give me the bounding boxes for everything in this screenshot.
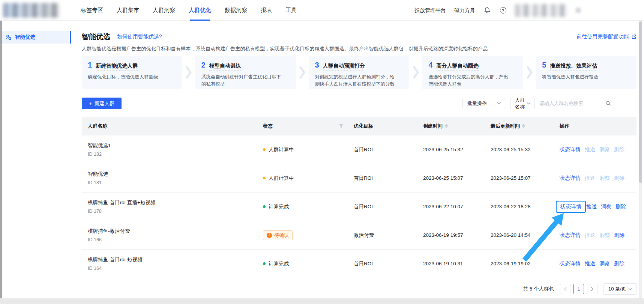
action-insight[interactable]: 洞察 bbox=[599, 146, 610, 153]
pagination-prev-button[interactable] bbox=[560, 284, 570, 294]
nav-link-ad-platform[interactable]: 投放管理平台 bbox=[414, 7, 446, 14]
action-status-detail[interactable]: 状态详情 bbox=[556, 201, 586, 213]
step-card-3: 3人群自动预测打分对训练完的模型进行人群预测打分，预测快手大盘月活人群在该模型下… bbox=[309, 56, 410, 89]
goal-cell: 首日ROI bbox=[349, 146, 418, 153]
step-title: 高分人群自动圈选 bbox=[437, 63, 479, 71]
steps-row: 1新建智能优选人群确定优化目标，智能优选人群量级2模型自动训练系统会自动训练针对… bbox=[82, 56, 636, 89]
action-insight[interactable]: 洞察 bbox=[599, 260, 610, 267]
action-insight[interactable]: 洞察 bbox=[599, 232, 610, 239]
audience-id: ID 178 bbox=[88, 209, 259, 214]
audience-id: ID 181 bbox=[88, 180, 259, 185]
action-insight[interactable]: 洞察 bbox=[599, 175, 610, 182]
name-cell: 智能优选ID 181 bbox=[82, 171, 259, 185]
action-push[interactable]: 推送 bbox=[586, 203, 597, 210]
page-size-select[interactable]: 10 条/页 bbox=[603, 283, 636, 295]
nav-tab-6[interactable]: 报表 bbox=[261, 0, 272, 21]
title-row: 智能优选 如何使用智能优选? 前往使用完整配置功能 bbox=[82, 32, 636, 42]
chevron-down-icon bbox=[628, 288, 632, 290]
column-header-goal: 优化目标 bbox=[349, 123, 418, 129]
nav-tab-7[interactable]: 工具 bbox=[285, 0, 297, 21]
create-audience-label: 新建人群 bbox=[94, 100, 114, 107]
updated-cell: 2023-06-22 18:28 bbox=[486, 204, 553, 209]
status-dot bbox=[263, 177, 266, 179]
step-title: 人群自动预测打分 bbox=[323, 63, 365, 71]
updated-cell: 2023-06-25 15:07 bbox=[486, 175, 553, 181]
nav-tab-3[interactable]: 人群洞察 bbox=[153, 0, 175, 21]
sidebar-item-smart-select[interactable]: 智能优选 bbox=[0, 31, 71, 44]
action-delete[interactable]: 删除 bbox=[614, 175, 624, 182]
scrollbar[interactable] bbox=[639, 21, 642, 298]
step-title: 模型自动训练 bbox=[209, 63, 241, 71]
search-field-select[interactable]: 人群名称 bbox=[510, 98, 535, 109]
nav-tab-5[interactable]: 数据洞察 bbox=[225, 0, 247, 21]
action-status-detail[interactable]: 状态详情 bbox=[560, 260, 581, 267]
status-badge-label: 待确认 bbox=[274, 232, 289, 239]
name-cell: 智能优选1ID 182 bbox=[82, 142, 259, 157]
nav-link-magnetic-ark[interactable]: 磁力方舟 bbox=[454, 7, 475, 14]
column-header-name: 人群名称 bbox=[82, 123, 259, 129]
nav-tabs: 标签专区人群集市人群洞察人群优化数据洞察报表工具 bbox=[81, 0, 297, 21]
step-arrow-icon bbox=[523, 56, 536, 89]
search-input-wrap bbox=[535, 98, 615, 109]
action-status-detail[interactable]: 状态详情 bbox=[560, 146, 581, 153]
step-arrow-icon bbox=[409, 56, 422, 89]
search-group: 人群名称 bbox=[510, 98, 615, 109]
search-input[interactable] bbox=[539, 101, 605, 106]
action-status-detail[interactable]: 状态详情 bbox=[560, 232, 581, 239]
table-row: 智能优选1ID 182人群计算中首日ROI2023-06-25 15:32202… bbox=[82, 135, 636, 164]
actions-cell: 状态详情推送洞察删除 bbox=[553, 203, 636, 210]
sort-icon[interactable] bbox=[445, 124, 448, 128]
help-icon[interactable]: ? bbox=[499, 7, 507, 14]
search-field-label: 人群名称 bbox=[515, 97, 527, 110]
warning-icon: ! bbox=[267, 233, 272, 238]
column-header-actions: 操作 bbox=[553, 123, 636, 129]
pagination-page-1[interactable]: 1 bbox=[573, 284, 584, 294]
status-dot bbox=[263, 262, 266, 265]
audience-table: 人群名称 状态 优化目标 创建时间 最后更新时间 操作 智能 bbox=[82, 117, 636, 278]
status-cell: 人群计算中 bbox=[259, 175, 349, 182]
table-footer: 共 5 个人群包 1 10 条/页 bbox=[82, 283, 636, 295]
action-delete[interactable]: 删除 bbox=[614, 260, 624, 267]
sort-icon[interactable] bbox=[522, 124, 525, 128]
step-description: 确定优化目标，智能优选人群量级 bbox=[88, 74, 169, 81]
action-delete[interactable]: 删除 bbox=[614, 146, 624, 153]
action-delete[interactable]: 删除 bbox=[615, 203, 626, 210]
main-content: 智能优选 如何使用智能优选? 前往使用完整配置功能 人群智能优选是根据广告主的优… bbox=[72, 21, 644, 298]
audience-name: 智能优选 bbox=[88, 171, 259, 178]
status-text: 人群计算中 bbox=[269, 146, 294, 153]
create-audience-button[interactable]: + 新建人群 bbox=[82, 98, 122, 109]
table-row: 棋牌捕鱼-首日roi-短视频ID 164计算完成首日ROI2023-06-19 … bbox=[82, 250, 636, 278]
actions-cell: 状态详情推送洞察删除 bbox=[553, 175, 636, 182]
column-header-created: 创建时间 bbox=[418, 123, 486, 129]
action-push[interactable]: 推送 bbox=[585, 175, 595, 182]
status-cell: 人群计算中 bbox=[259, 146, 349, 153]
bell-icon[interactable] bbox=[483, 7, 491, 14]
action-push[interactable]: 推送 bbox=[585, 232, 595, 239]
action-status-detail[interactable]: 状态详情 bbox=[560, 175, 581, 182]
step-description: 对训练完的模型进行人群预测打分，预测快手大盘月活人群在该模型下的分数 bbox=[315, 74, 396, 88]
batch-operation-select[interactable]: 批量操作 bbox=[462, 98, 505, 109]
step-description: 系统会自动训练针对广告主优化目标下的私有模型 bbox=[201, 74, 283, 88]
scrollbar-thumb[interactable] bbox=[639, 21, 642, 183]
action-delete[interactable]: 删除 bbox=[614, 232, 624, 239]
status-badge: !待确认 bbox=[263, 230, 293, 240]
nav-tab-2[interactable]: 人群集市 bbox=[117, 0, 139, 21]
full-config-link[interactable]: 前往使用完整配置功能 bbox=[576, 33, 636, 40]
action-push[interactable]: 推送 bbox=[585, 260, 595, 267]
status-cell: 计算完成 bbox=[259, 260, 349, 267]
action-push[interactable]: 推送 bbox=[585, 146, 595, 153]
actions-cell: 状态详情推送洞察删除 bbox=[553, 146, 636, 153]
nav-tab-4[interactable]: 人群优化 bbox=[189, 0, 211, 21]
step-card-5: 5推送投放、效果评估将智能优选人群包进行投放 bbox=[536, 56, 636, 89]
filter-icon[interactable] bbox=[339, 124, 344, 128]
step-description: 将智能优选人群包进行投放 bbox=[542, 74, 623, 81]
how-to-use-link[interactable]: 如何使用智能优选? bbox=[117, 33, 162, 40]
user-account-blurred[interactable] bbox=[515, 4, 567, 17]
step-card-1: 1新建智能优选人群确定优化目标，智能优选人群量级 bbox=[82, 56, 182, 89]
nav-tab-1[interactable]: 标签专区 bbox=[81, 0, 103, 21]
action-insight[interactable]: 洞察 bbox=[601, 203, 611, 210]
top-nav: 标签专区人群集市人群洞察人群优化数据洞察报表工具 投放管理平台 磁力方舟 ? bbox=[0, 0, 644, 21]
pagination-next-button[interactable] bbox=[587, 284, 597, 294]
status-text: 计算完成 bbox=[269, 260, 289, 267]
search-icon[interactable] bbox=[605, 101, 611, 106]
